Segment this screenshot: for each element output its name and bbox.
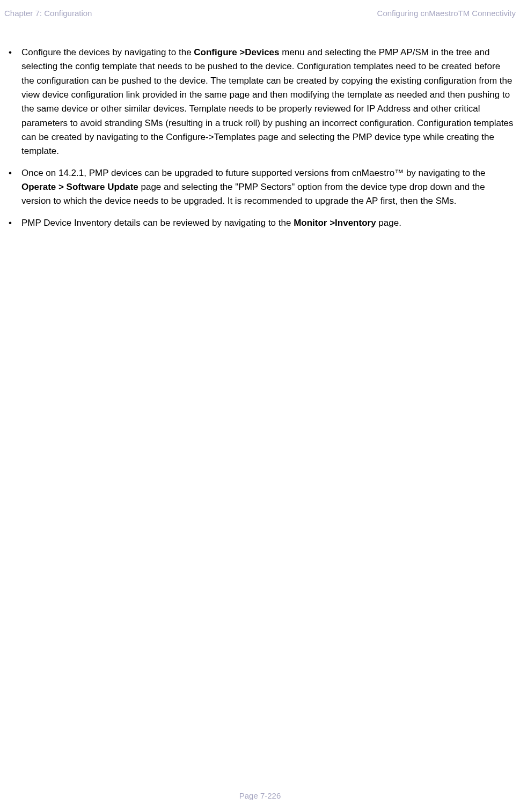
bold-text: Monitor >Inventory — [294, 218, 376, 228]
header-chapter: Chapter 7: Configuration — [4, 9, 92, 18]
page: Chapter 7: Configuration Configuring cnM… — [0, 0, 520, 812]
page-content: Configure the devices by navigating to t… — [0, 18, 520, 230]
page-footer: Page 7-226 — [0, 791, 520, 800]
text-segment: PMP Device Inventory details can be revi… — [21, 218, 294, 228]
list-item: Once on 14.2.1, PMP devices can be upgra… — [5, 166, 515, 209]
text-segment: Configure the devices by navigating to t… — [21, 47, 194, 57]
bullet-list: Configure the devices by navigating to t… — [5, 46, 515, 230]
header-section: Configuring cnMaestroTM Connectivity — [377, 9, 516, 18]
bold-text: Operate > Software Update — [21, 182, 138, 192]
list-item: PMP Device Inventory details can be revi… — [5, 216, 515, 230]
text-segment: menu and selecting the PMP AP/SM in the … — [21, 47, 514, 156]
text-segment: page. — [376, 218, 401, 228]
text-segment: Once on 14.2.1, PMP devices can be upgra… — [21, 168, 485, 178]
list-item: Configure the devices by navigating to t… — [5, 46, 515, 159]
page-header: Chapter 7: Configuration Configuring cnM… — [0, 0, 520, 18]
bold-text: Configure >Devices — [194, 47, 279, 57]
